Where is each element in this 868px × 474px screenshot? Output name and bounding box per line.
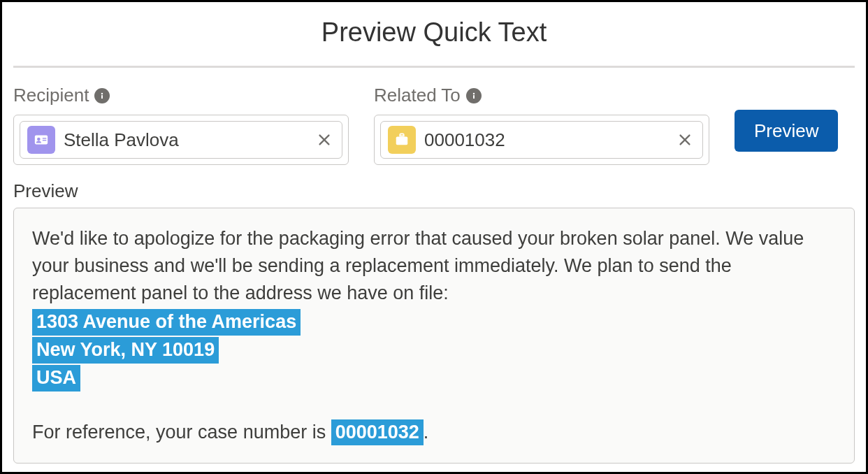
preview-content: We'd like to apologize for the packaging… [13, 208, 855, 464]
info-icon[interactable] [94, 88, 110, 103]
recipient-lookup[interactable]: Stella Pavlova [13, 115, 349, 165]
svg-point-8 [473, 92, 475, 94]
page-title: Preview Quick Text [13, 10, 855, 66]
preview-section-label: Preview [13, 180, 855, 202]
svg-point-3 [37, 138, 41, 141]
svg-rect-4 [43, 138, 47, 138]
svg-rect-10 [396, 136, 408, 145]
svg-rect-9 [473, 95, 475, 99]
related-to-value: 00001032 [424, 129, 666, 151]
preview-address-line1: 1303 Avenue of the Americas [32, 309, 301, 336]
preview-address-line2: New York, NY 10019 [32, 337, 219, 364]
related-to-lookup[interactable]: 00001032 [374, 115, 709, 165]
recipient-label: Recipient [13, 85, 89, 106]
info-icon[interactable] [466, 88, 482, 103]
preview-button[interactable]: Preview [735, 110, 838, 152]
svg-point-0 [101, 92, 103, 94]
related-to-pill: 00001032 [380, 121, 703, 159]
related-to-group: Related To 00001032 [374, 85, 709, 165]
related-to-label: Related To [374, 85, 461, 106]
clear-recipient-button[interactable] [314, 129, 335, 150]
divider [13, 66, 855, 68]
reference-suffix: . [424, 422, 429, 443]
preview-reference-line: For reference, your case number is 00001… [32, 419, 836, 446]
reference-prefix: For reference, your case number is [32, 422, 331, 443]
preview-address-line3: USA [32, 365, 80, 392]
svg-rect-5 [43, 140, 47, 141]
form-row: Recipient [13, 85, 855, 165]
reference-case-number: 00001032 [331, 419, 424, 446]
contact-icon [27, 126, 55, 154]
recipient-value: Stella Pavlova [64, 129, 305, 151]
preview-intro-text: We'd like to apologize for the packaging… [32, 225, 836, 307]
recipient-group: Recipient [13, 85, 349, 165]
recipient-pill: Stella Pavlova [20, 121, 342, 159]
svg-rect-1 [101, 95, 103, 99]
clear-related-button[interactable] [674, 129, 695, 150]
case-icon [388, 126, 416, 154]
